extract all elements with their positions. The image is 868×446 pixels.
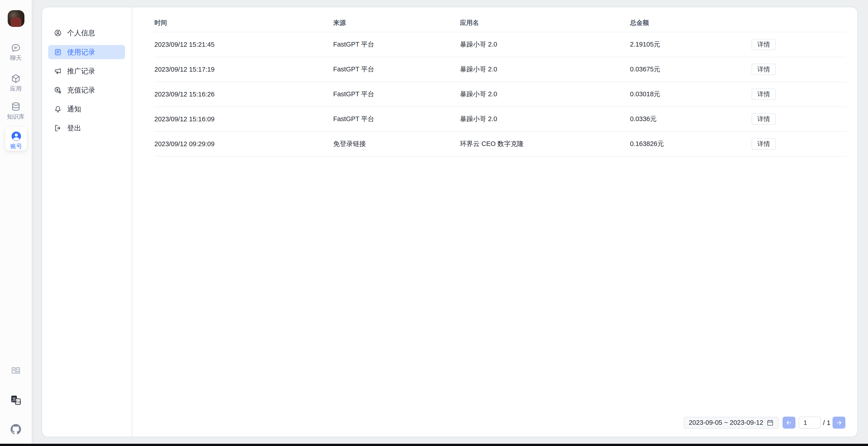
cell-app: 环界云 CEO 数字克隆 — [460, 139, 630, 149]
sidebar-item-label: 个人信息 — [67, 28, 95, 38]
sidebar-item-label: 推广记录 — [67, 66, 95, 76]
cell-time: 2023/09/12 15:16:09 — [154, 116, 333, 123]
next-page-button[interactable] — [833, 417, 845, 428]
logout-icon — [54, 124, 62, 132]
nav-item-apps[interactable]: 应用 — [0, 74, 32, 92]
account-icon — [11, 131, 22, 142]
nav-label-chat: 聊天 — [10, 55, 22, 61]
cell-time: 2023/09/12 15:17:19 — [154, 66, 333, 73]
nav-label-account: 账号 — [10, 143, 22, 149]
docs-link[interactable] — [0, 365, 32, 376]
table-row: 2023/09/12 15:21:45 FastGPT 平台 暴躁小哥 2.0 … — [154, 32, 846, 57]
knowledge-icon — [11, 102, 21, 112]
usage-records-table: 时间 来源 应用名 总金额 2023/09/12 15:21:45 FastGP… — [154, 7, 846, 157]
language-icon: 文 En — [11, 395, 21, 405]
nav-item-knowledge[interactable]: 知识库 — [0, 102, 32, 120]
cell-source: FastGPT 平台 — [333, 90, 460, 99]
cell-amount: 0.03675元 — [630, 65, 752, 74]
usage-records-main: 时间 来源 应用名 总金额 2023/09/12 15:21:45 FastGP… — [132, 7, 857, 437]
cell-amount: 0.0336元 — [630, 115, 752, 124]
svg-text:En: En — [16, 400, 20, 404]
window-bottom-edge — [0, 444, 868, 446]
github-link[interactable] — [0, 424, 32, 435]
cell-app: 暴躁小哥 2.0 — [460, 40, 630, 49]
table-row: 2023/09/12 15:17:19 FastGPT 平台 暴躁小哥 2.0 … — [154, 57, 846, 82]
sidebar-item-recharge-records[interactable]: 充值记录 — [48, 83, 125, 97]
col-header-time: 时间 — [154, 19, 333, 27]
chat-icon — [11, 43, 21, 53]
github-icon — [10, 424, 21, 435]
sidebar-item-notifications[interactable]: 通知 — [48, 102, 125, 116]
nav-label-knowledge: 知识库 — [7, 114, 25, 120]
cell-app: 暴躁小哥 2.0 — [460, 115, 630, 124]
docs-icon — [11, 365, 21, 376]
sidebar-item-promotion-records[interactable]: 推广记录 — [48, 64, 125, 78]
cell-source: FastGPT 平台 — [333, 65, 460, 74]
cell-time: 2023/09/12 15:16:26 — [154, 91, 333, 98]
bell-icon — [54, 105, 62, 113]
cell-amount: 2.19105元 — [630, 40, 752, 49]
sidebar-item-label: 通知 — [67, 104, 81, 114]
language-switch[interactable]: 文 En — [0, 395, 32, 405]
cell-time: 2023/09/12 09:29:09 — [154, 140, 333, 148]
cell-time: 2023/09/12 15:21:45 — [154, 41, 333, 49]
arrow-right-icon — [836, 419, 842, 426]
sidebar-item-label: 登出 — [67, 123, 81, 133]
detail-button[interactable]: 详情 — [752, 138, 776, 150]
recharge-icon — [54, 86, 62, 94]
promotion-icon — [54, 67, 62, 75]
page-number-input[interactable] — [799, 417, 821, 428]
date-range-picker[interactable]: 2023-09-05 ~ 2023-09-12 — [684, 417, 779, 428]
detail-button[interactable]: 详情 — [752, 39, 776, 50]
nav-item-chat[interactable]: 聊天 — [0, 43, 32, 61]
table-footer: 2023-09-05 ~ 2023-09-12 / 1 — [684, 417, 845, 428]
apps-icon — [11, 74, 21, 84]
user-circle-icon — [54, 29, 62, 37]
page-total: / 1 — [823, 419, 831, 426]
detail-button[interactable]: 详情 — [752, 114, 776, 125]
cell-app: 暴躁小哥 2.0 — [460, 65, 630, 74]
calendar-icon — [767, 419, 774, 426]
table-row: 2023/09/12 09:29:09 免登录链接 环界云 CEO 数字克隆 0… — [154, 132, 846, 157]
left-nav-rail: 聊天 应用 知识库 账号 — [0, 0, 32, 446]
detail-button[interactable]: 详情 — [752, 64, 776, 75]
cell-amount: 0.163826元 — [630, 139, 752, 149]
usage-records-icon — [54, 49, 62, 56]
col-header-app: 应用名 — [460, 19, 630, 27]
cell-app: 暴躁小哥 2.0 — [460, 90, 630, 99]
detail-button[interactable]: 详情 — [752, 89, 776, 100]
cell-source: FastGPT 平台 — [333, 115, 460, 124]
prev-page-button[interactable] — [782, 417, 796, 428]
cell-source: FastGPT 平台 — [333, 40, 460, 49]
sidebar-item-profile[interactable]: 个人信息 — [48, 26, 125, 40]
user-avatar[interactable] — [8, 10, 24, 27]
table-row: 2023/09/12 15:16:26 FastGPT 平台 暴躁小哥 2.0 … — [154, 82, 846, 107]
table-header-row: 时间 来源 应用名 总金额 — [154, 7, 846, 32]
col-header-source: 来源 — [333, 19, 460, 27]
sidebar-item-usage-records[interactable]: 使用记录 — [48, 45, 125, 59]
nav-label-apps: 应用 — [10, 86, 22, 92]
date-range-value: 2023-09-05 ~ 2023-09-12 — [689, 419, 763, 426]
account-page-card: 个人信息 使用记录 推广记录 — [41, 7, 858, 437]
sidebar-item-label: 充值记录 — [67, 86, 95, 95]
account-sidebar: 个人信息 使用记录 推广记录 — [42, 7, 132, 437]
table-row: 2023/09/12 15:16:09 FastGPT 平台 暴躁小哥 2.0 … — [154, 107, 846, 132]
nav-item-account[interactable]: 账号 — [5, 127, 27, 151]
col-header-amount: 总金额 — [630, 19, 752, 27]
sidebar-item-label: 使用记录 — [67, 47, 95, 57]
sidebar-item-logout[interactable]: 登出 — [48, 121, 125, 135]
cell-source: 免登录链接 — [333, 139, 460, 149]
cell-amount: 0.03018元 — [630, 90, 752, 99]
arrow-left-icon — [785, 419, 792, 426]
